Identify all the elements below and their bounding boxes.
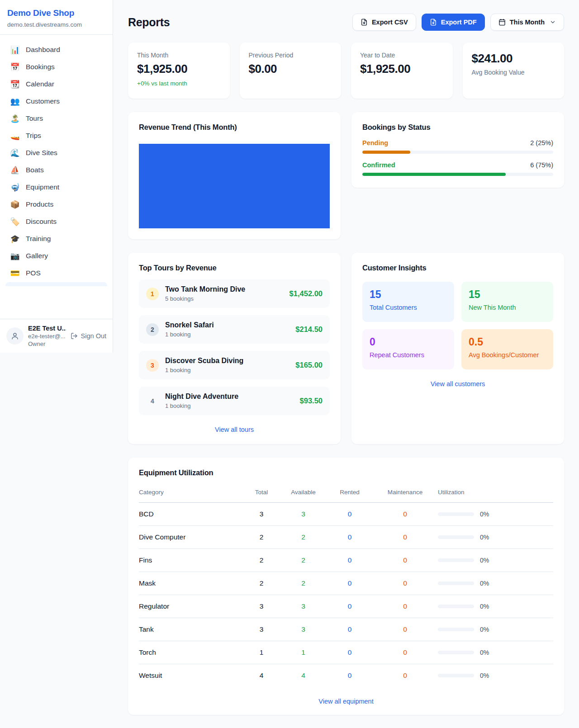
sidebar-item-products[interactable]: 📦 Products	[5, 196, 108, 213]
cell-maintenance: 0	[372, 664, 438, 687]
customer-insights-title: Customer Insights	[362, 264, 553, 272]
pos-icon: 💳	[10, 269, 20, 277]
equipment-icon: 🤿	[10, 184, 20, 191]
dashboard-icon: 📊	[10, 46, 20, 54]
mid-row: Top Tours by Revenue 1 Two Tank Morning …	[128, 253, 564, 444]
cell-maintenance: 0	[372, 595, 438, 618]
tours-icon: 🏝️	[10, 115, 20, 123]
dive-sites-icon: 🌊	[10, 149, 20, 157]
user-role: Owner	[28, 340, 66, 347]
tour-bookings: 1 booking	[165, 402, 238, 409]
sidebar-item-tours[interactable]: 🏝️ Tours	[5, 110, 108, 127]
cell-rented: 0	[327, 641, 372, 664]
sidebar-item-equipment[interactable]: 🤿 Equipment	[5, 179, 108, 196]
sidebar-item-boats[interactable]: ⛵ Boats	[5, 161, 108, 179]
table-row: Fins 2 2 0 0 0%	[139, 549, 553, 572]
cell-category: BCD	[139, 503, 243, 526]
period-dropdown[interactable]: This Month	[490, 14, 564, 31]
view-all-customers-link[interactable]: View all customers	[362, 380, 553, 388]
cell-total: 2	[243, 572, 280, 595]
tour-bookings: 1 booking	[165, 367, 243, 373]
table-row: Torch 1 1 0 0 0%	[139, 641, 553, 664]
tile-label: New This Month	[469, 304, 546, 311]
cell-maintenance: 0	[372, 618, 438, 641]
tile-label: Repeat Customers	[370, 351, 447, 359]
sidebar-item-pos[interactable]: 💳 POS	[5, 265, 108, 282]
charts-row: Revenue Trend (This Month) Bookings by S…	[128, 112, 564, 239]
status-label: Pending	[362, 139, 388, 147]
sidebar-item-reports-partial[interactable]	[5, 282, 107, 286]
sidebar-item-gallery[interactable]: 📷 Gallery	[5, 247, 108, 265]
shop-title: Demo Dive Shop	[7, 8, 105, 18]
sign-out-icon	[71, 332, 78, 340]
bookings-by-status-card: Bookings by Status Pending 2 (25%) Confi…	[351, 112, 564, 188]
export-csv-button[interactable]: Export CSV	[352, 14, 416, 31]
tour-bookings: 1 booking	[165, 331, 214, 338]
sidebar-item-calendar[interactable]: 📆 Calendar	[5, 76, 108, 93]
sidebar-item-trips[interactable]: 🚤 Trips	[5, 127, 108, 144]
sidebar-item-dashboard[interactable]: 📊 Dashboard	[5, 41, 108, 58]
sidebar-item-bookings[interactable]: 📅 Bookings	[5, 58, 108, 76]
cell-rented: 0	[327, 618, 372, 641]
cell-total: 2	[243, 526, 280, 549]
sign-out-button[interactable]: Sign Out	[71, 332, 106, 340]
table-row: Regulator 3 3 0 0 0%	[139, 595, 553, 618]
user-icon	[11, 332, 19, 340]
status-label: Confirmed	[362, 161, 395, 169]
table-header-row: Category Total Available Rented Maintena…	[139, 484, 553, 503]
products-icon: 📦	[10, 201, 20, 208]
table-row: BCD 3 3 0 0 0%	[139, 503, 553, 526]
cell-total: 4	[243, 664, 280, 687]
user-info: E2E Test U... e2e-tester@... Owner	[28, 325, 66, 347]
cell-rented: 0	[327, 526, 372, 549]
progress-fill	[362, 151, 410, 154]
column-header-total: Total	[243, 484, 280, 503]
sidebar-nav: 📊 Dashboard 📅 Bookings 📆 Calendar 👥 Cust…	[0, 35, 113, 319]
sidebar-item-discounts[interactable]: 🏷️ Discounts	[5, 213, 108, 230]
rank-badge: 3	[146, 359, 159, 372]
sidebar-item-training[interactable]: 🎓 Training	[5, 230, 108, 247]
cell-category: Torch	[139, 641, 243, 664]
cell-utilization: 0%	[438, 626, 553, 633]
cell-available: 2	[280, 572, 327, 595]
status-value: 2 (25%)	[530, 139, 553, 147]
sidebar-item-label: Gallery	[26, 252, 48, 260]
cell-maintenance: 0	[372, 549, 438, 572]
cell-rented: 0	[327, 595, 372, 618]
cell-rented: 0	[327, 664, 372, 687]
tile-label: Avg Bookings/Customer	[469, 351, 546, 359]
tile-avg-bookings-customer: 0.5 Avg Bookings/Customer	[461, 329, 553, 369]
export-pdf-button[interactable]: Export PDF	[422, 14, 485, 31]
sidebar-item-dive-sites[interactable]: 🌊 Dive Sites	[5, 144, 108, 161]
column-header-available: Available	[280, 484, 327, 503]
sidebar-item-label: Tours	[26, 114, 43, 123]
cell-rented: 0	[327, 503, 372, 526]
tile-total-customers: 15 Total Customers	[362, 282, 454, 322]
top-tours-card: Top Tours by Revenue 1 Two Tank Morning …	[128, 253, 341, 444]
tile-value: 0.5	[469, 336, 546, 348]
cell-total: 1	[243, 641, 280, 664]
page-header: Reports Export CSV Export PDF This Month	[128, 14, 564, 31]
table-row: Tank 3 3 0 0 0%	[139, 618, 553, 641]
rank-badge: 1	[146, 288, 159, 300]
view-all-equipment-link[interactable]: View all equipment	[139, 698, 553, 705]
stat-delta: +0% vs last month	[137, 80, 221, 87]
status-value: 6 (75%)	[530, 161, 553, 169]
stats-row: This Month $1,925.00 +0% vs last month P…	[128, 43, 564, 99]
cell-available: 4	[280, 664, 327, 687]
user-email: e2e-tester@...	[28, 333, 66, 340]
sidebar-item-label: Dive Sites	[26, 149, 57, 157]
stat-label: Year to Date	[360, 52, 444, 59]
sidebar-item-label: Trips	[26, 132, 41, 140]
file-export-icon	[430, 19, 437, 26]
tile-value: 0	[370, 336, 447, 348]
cell-available: 3	[280, 503, 327, 526]
training-icon: 🎓	[10, 235, 20, 243]
view-all-tours-link[interactable]: View all tours	[139, 426, 330, 433]
sidebar-item-label: Calendar	[26, 80, 54, 88]
tour-name: Night Dive Adventure	[165, 392, 238, 401]
sidebar-item-customers[interactable]: 👥 Customers	[5, 93, 108, 110]
column-header-utilization: Utilization	[438, 484, 553, 503]
sidebar-header: Demo Dive Shop demo.test.divestreams.com	[0, 0, 113, 35]
cell-rented: 0	[327, 549, 372, 572]
